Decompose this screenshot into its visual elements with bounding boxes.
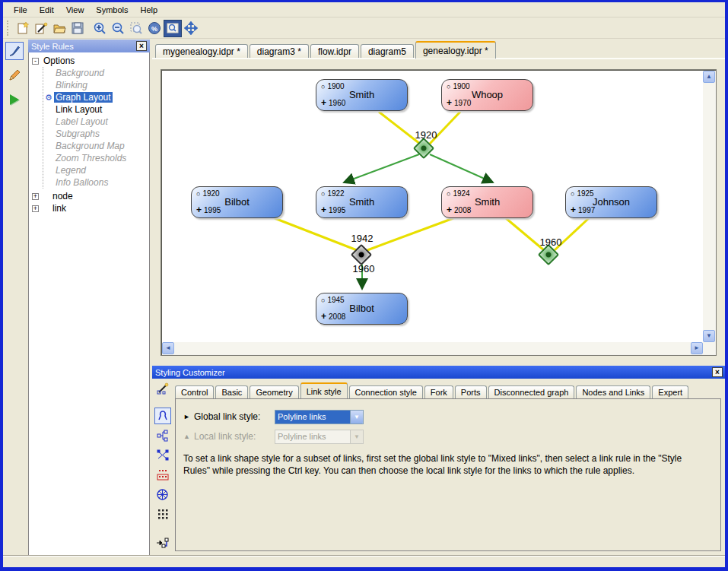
tree-label[interactable]: Zoom Thresholds xyxy=(54,153,128,163)
tree-label[interactable]: Background Map xyxy=(54,141,126,151)
tab-disconnected-graph[interactable]: Disconnected graph xyxy=(488,385,575,398)
open-button[interactable] xyxy=(50,20,68,37)
link-layout-button[interactable] xyxy=(154,447,171,464)
death-icon: + xyxy=(321,97,326,108)
tree-label[interactable]: Legend xyxy=(54,165,87,176)
tree-label[interactable]: Link Layout xyxy=(54,104,103,115)
layout-wizard-button[interactable] xyxy=(154,380,171,397)
tab-link-style[interactable]: Link style xyxy=(300,382,348,398)
expand-icon[interactable]: + xyxy=(32,193,39,200)
person-node-smith-1900[interactable]: ○1900 Smith +1960 xyxy=(316,79,408,111)
grid-layout-red-button[interactable] xyxy=(154,467,171,484)
tab-genealogy[interactable]: genealogy.idpr * xyxy=(415,41,496,59)
scroll-down-icon[interactable]: ▼ xyxy=(703,330,715,342)
death-row: +2008 xyxy=(321,311,345,322)
person-node-whoop-1900[interactable]: ○1900 Whoop +1970 xyxy=(441,79,533,111)
tree-label[interactable]: Graph Layout xyxy=(54,92,113,103)
menu-symbols[interactable]: Symbols xyxy=(90,4,134,16)
tree-label[interactable]: Blinking xyxy=(54,80,89,90)
tab-expert[interactable]: Expert xyxy=(652,385,688,398)
person-node-bilbot-1920[interactable]: ○1920 Bilbot +1995 xyxy=(191,186,283,218)
person-node-johnson-1925[interactable]: ○1925 Johnson +1997 xyxy=(565,186,657,218)
new-document-button[interactable] xyxy=(14,20,32,37)
diagram-canvas[interactable]: ○1900 Smith +1960 ○1900 Whoop +1970 ○192… xyxy=(162,71,704,344)
spouse-link-smith1900[interactable] xyxy=(379,112,420,144)
pan-button[interactable] xyxy=(182,20,200,37)
person-node-smith-1922[interactable]: ○1922 Smith +1995 xyxy=(316,186,408,218)
tab-connection-style[interactable]: Connection style xyxy=(349,385,423,398)
child-link-smith1922[interactable] xyxy=(344,154,419,182)
tree-item-info-balloons[interactable]: Info Balloons xyxy=(54,176,149,189)
tree-item-subgraphs[interactable]: Subgraphs xyxy=(54,128,149,140)
tab-control[interactable]: Control xyxy=(175,385,214,398)
menu-edit[interactable]: Edit xyxy=(33,4,60,16)
menu-file[interactable]: File xyxy=(8,4,33,16)
zoom-out-button[interactable] xyxy=(109,20,127,37)
spouse-link-smith1924-right[interactable] xyxy=(506,218,544,250)
menu-view[interactable]: View xyxy=(60,4,91,16)
tree-item-link[interactable]: + link xyxy=(32,202,149,214)
edit-pencil-button[interactable] xyxy=(5,66,24,84)
horizontal-scrollbar[interactable]: ◄ ► xyxy=(162,342,703,354)
tree-item-zoom-thresholds[interactable]: Zoom Thresholds xyxy=(54,152,149,164)
menu-help[interactable]: Help xyxy=(135,4,164,16)
tree-label[interactable]: link xyxy=(51,203,68,214)
tree-item-graph-layout[interactable]: ⚙Graph Layout xyxy=(54,91,149,103)
tree-label[interactable]: Background xyxy=(54,68,106,78)
scroll-left-icon[interactable]: ◄ xyxy=(162,342,174,354)
tab-geometry[interactable]: Geometry xyxy=(250,385,298,398)
tab-flow[interactable]: flow.idpr xyxy=(310,44,359,59)
close-icon[interactable]: × xyxy=(136,41,147,51)
tree-label[interactable]: Subgraphs xyxy=(54,128,101,139)
tree-label[interactable]: Info Balloons xyxy=(54,177,110,188)
tree-item-background-map[interactable]: Background Map xyxy=(54,140,149,152)
vertical-scrollbar[interactable]: ▲ ▼ xyxy=(703,71,715,342)
tab-nodes-and-links[interactable]: Nodes and Links xyxy=(576,385,650,398)
tree-item-options[interactable]: - Options xyxy=(32,55,149,67)
zoom-percent-button[interactable]: % xyxy=(145,20,164,37)
zoom-in-button[interactable] xyxy=(91,20,109,37)
person-node-smith-1924[interactable]: ○1924 Smith +2008 xyxy=(441,186,533,218)
chevron-down-icon[interactable]: ▼ xyxy=(350,411,363,423)
tab-diagram3[interactable]: diagram3 * xyxy=(250,44,309,59)
save-button[interactable] xyxy=(68,20,87,37)
tree-label[interactable]: Options xyxy=(42,56,76,66)
scroll-right-icon[interactable]: ► xyxy=(691,342,703,354)
toolbar-grip[interactable] xyxy=(7,21,11,36)
tab-ports[interactable]: Ports xyxy=(455,385,487,398)
tab-basic[interactable]: Basic xyxy=(215,385,248,398)
tree-item-label-layout[interactable]: Label Layout xyxy=(54,116,149,128)
tab-mygenealogy[interactable]: mygenealogy.idpr * xyxy=(155,44,248,59)
expand-icon[interactable]: + xyxy=(32,205,39,212)
child-link-smith1924[interactable] xyxy=(430,154,493,182)
tree-item-blinking[interactable]: Blinking xyxy=(54,79,149,91)
tree-item-node[interactable]: + node xyxy=(32,190,149,202)
tree-item-link-layout[interactable]: Link Layout xyxy=(54,103,149,116)
run-button[interactable] xyxy=(5,90,24,109)
death-row: +1997 xyxy=(571,205,595,215)
tree-label[interactable]: node xyxy=(51,191,75,201)
tree-label[interactable]: Label Layout xyxy=(54,116,110,127)
styling-customizer-titlebar[interactable]: Styling Customizer × xyxy=(152,366,726,379)
close-icon[interactable]: × xyxy=(712,367,723,377)
tab-diagram5[interactable]: diagram5 xyxy=(361,44,414,59)
circular-layout-button[interactable] xyxy=(154,486,171,503)
tree-item-legend[interactable]: Legend xyxy=(54,164,149,176)
global-link-style-select[interactable]: Polyline links ▼ xyxy=(275,410,364,424)
style-rules-titlebar[interactable]: Style Rules × xyxy=(28,40,150,52)
collapse-icon[interactable]: - xyxy=(32,58,39,65)
grid-dots-button[interactable] xyxy=(154,506,171,522)
person-node-bilbot-1945[interactable]: ○1945 Bilbot +2008 xyxy=(316,293,408,325)
new-wizard-button[interactable] xyxy=(32,20,50,37)
organic-layout-button[interactable] xyxy=(154,408,171,424)
style-brush-button[interactable] xyxy=(5,42,24,60)
scroll-up-icon[interactable]: ▲ xyxy=(703,71,715,83)
spouse-link-bilbot1920[interactable] xyxy=(275,218,357,250)
tree-item-background[interactable]: Background xyxy=(54,67,149,79)
spouse-link-smith1924-left[interactable] xyxy=(367,218,453,250)
tree-layout-button[interactable] xyxy=(154,427,171,444)
overview-window-button[interactable] xyxy=(164,20,182,37)
apply-layout-button[interactable] xyxy=(154,535,171,551)
zoom-area-button[interactable] xyxy=(127,20,145,37)
tab-fork[interactable]: Fork xyxy=(424,385,453,398)
